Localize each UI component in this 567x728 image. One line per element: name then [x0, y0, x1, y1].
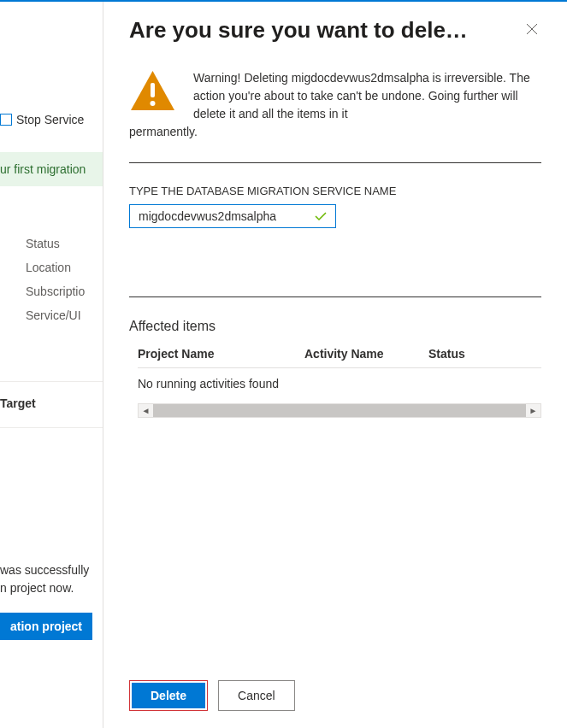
target-heading: Target [0, 396, 36, 410]
success-message: was successfully n project now. [0, 561, 89, 597]
delete-button[interactable]: Delete [132, 683, 205, 708]
col-activity-name: Activity Name [304, 347, 428, 361]
divider [129, 296, 541, 297]
scroll-right-arrow[interactable]: ► [526, 403, 540, 418]
warning-text-cont: permanently. [129, 123, 541, 141]
divider [0, 381, 103, 382]
svg-rect-0 [151, 83, 155, 97]
subscription-label: Subscriptio [26, 285, 85, 298]
delete-confirmation-modal: Are you sure you want to dele… Warning! … [103, 2, 567, 728]
horizontal-scrollbar[interactable]: ◄ ► [138, 403, 541, 418]
migration-project-button[interactable]: ation project [0, 613, 92, 640]
svg-point-1 [151, 101, 156, 106]
service-ui-label: Service/UI [26, 308, 85, 322]
checkmark-icon [315, 212, 327, 221]
divider [129, 162, 541, 163]
confirm-name-label: TYPE THE DATABASE MIGRATION SERVICE NAME [129, 185, 541, 197]
cancel-button[interactable]: Cancel [218, 680, 295, 711]
banner-text: ur first migration [0, 162, 86, 176]
location-label: Location [26, 261, 85, 274]
col-project-name: Project Name [138, 347, 304, 361]
status-label: Status [26, 237, 85, 250]
affected-items-heading: Affected items [129, 319, 541, 334]
stop-icon [0, 114, 12, 126]
warning-icon [129, 69, 176, 112]
col-status: Status [428, 347, 541, 361]
scroll-track[interactable] [153, 404, 526, 417]
stop-service-label: Stop Service [16, 113, 84, 126]
delete-button-highlight: Delete [129, 680, 208, 711]
confirm-name-input-wrapper[interactable] [129, 204, 336, 228]
stop-service-button[interactable]: Stop Service [0, 113, 84, 126]
warning-text: Warning! Deleting migdocdevwus2dmsalpha … [193, 69, 541, 123]
close-icon[interactable] [523, 18, 541, 43]
table-empty-message: No running activities found [138, 377, 541, 390]
confirm-name-input[interactable] [139, 209, 301, 223]
divider [0, 427, 103, 428]
scroll-left-arrow[interactable]: ◄ [139, 403, 153, 418]
table-header-row: Project Name Activity Name Status [138, 347, 541, 368]
modal-title: Are you sure you want to dele… [129, 17, 468, 44]
affected-items-table: Project Name Activity Name Status No run… [138, 347, 541, 418]
